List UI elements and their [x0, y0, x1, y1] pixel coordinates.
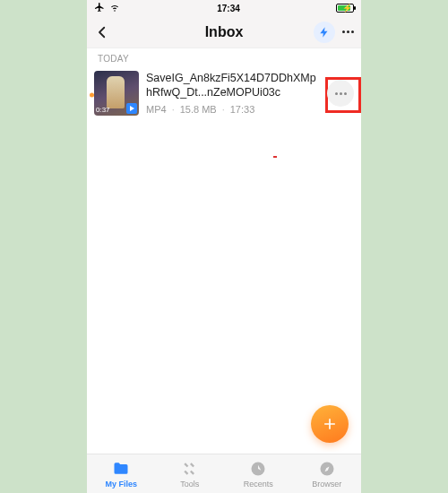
nav-bar: Inbox	[87, 16, 361, 48]
page-title: Inbox	[205, 24, 244, 40]
back-button[interactable]	[94, 24, 110, 40]
file-meta: SaveIG_An8kzFi5X14D7DDhXMphRfwQ_Dt...nZe…	[146, 72, 320, 114]
content-area: TODAY 0:37 SaveIG_An8kzFi5X14D7DDhXMphRf…	[87, 48, 361, 493]
status-bar: 17:34 ⚡	[87, 0, 361, 16]
battery-icon: ⚡	[336, 4, 354, 13]
tab-bar: My Files Tools Recents Browser	[87, 454, 361, 493]
app-window: 17:34 ⚡ Inbox TODAY	[87, 0, 361, 493]
file-subline: MP4 · 15.8 MB · 17:33	[146, 104, 320, 115]
tab-my-files[interactable]: My Files	[87, 454, 156, 493]
add-fab-button[interactable]	[311, 405, 349, 443]
tab-label: Recents	[244, 480, 273, 489]
status-left	[94, 2, 121, 14]
file-format: MP4	[146, 104, 167, 115]
thumbnail-duration: 0:37	[96, 106, 110, 114]
airplane-mode-icon	[94, 2, 105, 14]
tab-tools[interactable]: Tools	[156, 454, 225, 493]
file-size: 15.8 MB	[180, 104, 217, 115]
tab-recents[interactable]: Recents	[224, 454, 293, 493]
play-icon	[126, 103, 137, 114]
file-time: 17:33	[230, 104, 255, 115]
more-menu-button[interactable]	[342, 30, 354, 33]
tab-label: My Files	[105, 480, 137, 489]
tab-label: Tools	[180, 480, 199, 489]
wifi-icon	[108, 2, 121, 14]
tab-browser[interactable]: Browser	[293, 454, 362, 493]
file-name: SaveIG_An8kzFi5X14D7DDhXMphRfwQ_Dt...nZe…	[146, 72, 320, 99]
section-label-today: TODAY	[87, 48, 361, 67]
status-time: 17:34	[217, 4, 240, 13]
tab-label: Browser	[312, 480, 341, 489]
status-right: ⚡	[336, 4, 354, 13]
file-row[interactable]: 0:37 SaveIG_An8kzFi5X14D7DDhXMphRfwQ_Dt.…	[87, 67, 361, 123]
red-dash-artifact	[273, 156, 277, 158]
file-thumbnail[interactable]: 0:37	[94, 71, 139, 116]
file-more-button[interactable]	[327, 80, 354, 107]
boost-button[interactable]	[314, 22, 335, 43]
